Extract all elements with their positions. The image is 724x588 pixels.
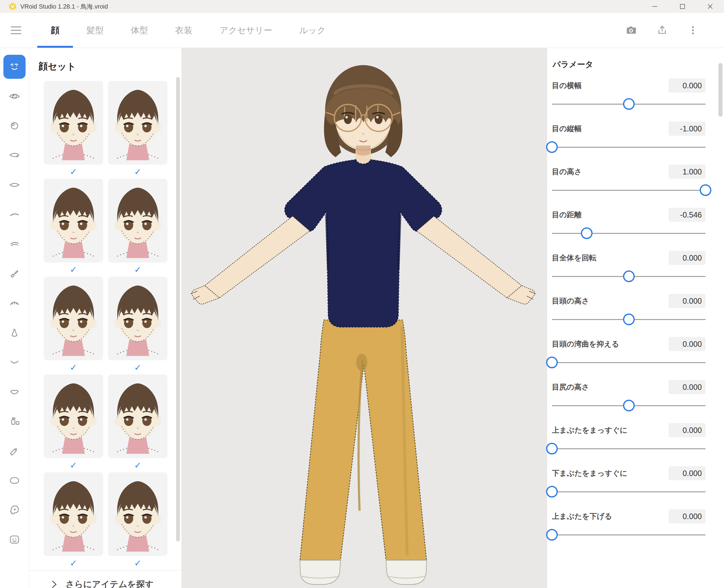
param-row: 目の横幅 0.000 xyxy=(552,74,705,117)
slider-thumb[interactable] xyxy=(623,400,635,412)
face-preset-grid: ✓ ✓ ✓ ✓ ✓ ✓ ✓ ✓ ✓ ✓ xyxy=(29,81,182,570)
chevron-right-icon xyxy=(51,580,58,588)
tool-eye-highlight[interactable] xyxy=(3,143,25,167)
param-slider[interactable] xyxy=(552,528,705,541)
face-preset-item[interactable] xyxy=(108,179,167,262)
param-slider[interactable] xyxy=(552,227,705,240)
check-icon: ✓ xyxy=(108,556,167,570)
face-preset-item[interactable] xyxy=(108,81,167,165)
tool-lip-color[interactable] xyxy=(3,439,25,463)
top-navbar: 顔 髪型 体型 衣装 アクセサリー ルック xyxy=(0,13,724,48)
eye-iris-icon xyxy=(8,90,21,103)
tab-body[interactable]: 体型 xyxy=(117,13,162,48)
find-more-items-link[interactable]: さらにアイテムを探す xyxy=(29,570,182,588)
head-icon xyxy=(8,504,21,516)
param-value-field[interactable]: -1.000 xyxy=(668,122,705,136)
slider-thumb[interactable] xyxy=(546,443,558,455)
preset-panel-scrollbar[interactable] xyxy=(176,77,180,542)
param-value-field[interactable]: 0.000 xyxy=(668,509,705,523)
face-preset-item[interactable] xyxy=(44,277,103,360)
slider-thumb[interactable] xyxy=(546,486,558,498)
face-preset-panel: 顔セット ✓ ✓ ✓ ✓ ✓ ✓ ✓ ✓ ✓ ✓ さらにアイテムを探す xyxy=(29,48,182,588)
slider-thumb[interactable] xyxy=(623,314,635,325)
tool-face-set[interactable] xyxy=(3,55,25,79)
slider-thumb[interactable] xyxy=(581,227,593,239)
param-value-field[interactable]: 0.000 xyxy=(668,380,705,394)
tool-eyelashes[interactable] xyxy=(3,291,25,315)
param-slider[interactable] xyxy=(552,442,705,455)
tool-eye-iris[interactable] xyxy=(3,84,25,108)
slider-thumb[interactable] xyxy=(546,357,558,368)
menu-hamburger-icon[interactable] xyxy=(11,26,21,35)
param-label: 目の高さ xyxy=(552,167,582,176)
check-icon: ✓ xyxy=(108,458,167,472)
tool-eyebrow[interactable] xyxy=(3,203,25,227)
param-slider[interactable] xyxy=(552,184,705,196)
tab-accessories[interactable]: アクセサリー xyxy=(206,13,286,48)
parameter-panel-scrollbar[interactable] xyxy=(719,63,722,117)
param-value-field[interactable]: 0.000 xyxy=(668,294,705,308)
minimize-button[interactable] xyxy=(641,0,668,13)
tool-eyelash-brush[interactable] xyxy=(3,261,25,286)
slider-thumb[interactable] xyxy=(546,141,558,153)
slider-thumb[interactable] xyxy=(700,184,711,196)
makeup-icon xyxy=(8,415,21,427)
tab-look[interactable]: ルック xyxy=(286,13,339,48)
param-slider[interactable] xyxy=(552,141,705,153)
tool-makeup[interactable] xyxy=(3,409,25,433)
slider-thumb[interactable] xyxy=(623,98,635,110)
tool-eyebrow-alt[interactable] xyxy=(3,232,25,256)
check-icon: ✓ xyxy=(108,360,167,375)
tool-eye-pupil[interactable] xyxy=(3,114,25,138)
check-icon: ✓ xyxy=(44,360,103,375)
close-button[interactable] xyxy=(696,0,724,13)
param-slider[interactable] xyxy=(552,399,705,412)
camera-icon xyxy=(625,25,637,36)
param-slider[interactable] xyxy=(552,356,705,369)
tool-expression[interactable] xyxy=(3,527,25,551)
face-preset-item[interactable] xyxy=(108,375,167,458)
camera-button[interactable] xyxy=(625,25,637,36)
export-button[interactable] xyxy=(656,25,668,36)
param-value-field[interactable]: 0.000 xyxy=(668,466,705,480)
tool-head[interactable] xyxy=(3,498,25,522)
tool-lips[interactable] xyxy=(3,380,25,404)
eyelash-brush-icon xyxy=(8,267,21,280)
tab-hair[interactable]: 髪型 xyxy=(73,13,117,48)
param-value-field[interactable]: 1.000 xyxy=(668,165,705,179)
face-preset-item[interactable] xyxy=(44,472,103,556)
tab-outfit[interactable]: 衣装 xyxy=(162,13,206,48)
tool-mouth[interactable] xyxy=(3,350,25,374)
face-preset-item[interactable] xyxy=(44,81,103,165)
model-viewport[interactable] xyxy=(182,48,547,588)
param-row: 目全体を回転 0.000 xyxy=(552,247,705,290)
slider-thumb[interactable] xyxy=(623,271,635,282)
titlebar: VRoid Studio 1.28.1 - 鳥海.vroid xyxy=(0,0,724,13)
param-slider[interactable] xyxy=(552,270,705,283)
param-label: 上まぶたを下げる xyxy=(552,511,612,521)
tool-face-outline[interactable] xyxy=(3,468,25,492)
param-row: 目の縦幅 -1.000 xyxy=(552,117,705,160)
tab-face[interactable]: 顔 xyxy=(37,13,73,48)
face-preset-item[interactable] xyxy=(44,179,103,262)
more-options-kebab-icon[interactable] xyxy=(687,25,699,36)
maximize-button[interactable] xyxy=(668,0,696,13)
param-value-field[interactable]: 0.000 xyxy=(668,423,705,437)
check-icon: ✓ xyxy=(44,165,103,179)
param-value-field[interactable]: 0.000 xyxy=(668,251,705,265)
tool-eye-shape[interactable] xyxy=(3,173,25,197)
param-slider[interactable] xyxy=(552,313,705,326)
check-icon: ✓ xyxy=(44,556,103,570)
param-slider[interactable] xyxy=(552,485,705,498)
param-value-field[interactable]: 0.000 xyxy=(668,337,705,351)
face-preset-item[interactable] xyxy=(108,472,167,556)
tool-nose[interactable] xyxy=(3,321,25,344)
face-preset-item[interactable] xyxy=(44,375,103,458)
param-value-field[interactable]: -0.546 xyxy=(668,208,705,222)
param-slider[interactable] xyxy=(552,98,705,110)
check-icon: ✓ xyxy=(44,458,103,472)
face-preset-item[interactable] xyxy=(108,277,167,360)
param-value-field[interactable]: 0.000 xyxy=(668,79,705,92)
slider-thumb[interactable] xyxy=(546,529,558,541)
eyelashes-icon xyxy=(8,297,21,309)
